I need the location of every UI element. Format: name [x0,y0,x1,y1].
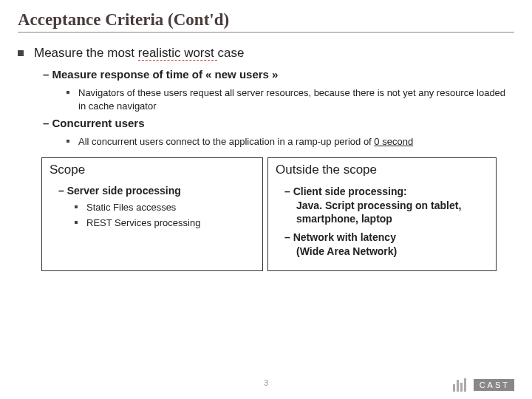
bullet-2-text: Client side processing: [293,185,407,197]
bullet-3-text: REST Services processing [86,216,200,230]
footer-logo: CAST [453,378,514,392]
outside-scope-box: Outside the scope – Client side processi… [267,157,497,271]
bullet-3-text: Static Files accesses [86,201,176,214]
bullet-level-3: All concurrent users connect to the appl… [66,135,514,149]
bullet-2-text: Server side processing [67,185,181,197]
dash-bullet-icon: – [284,185,293,197]
dash-bullet-icon: – [284,231,293,243]
slide-title: Acceptance Criteria (Cont'd) [18,10,514,33]
bullet-level-3: REST Services processing [75,216,255,230]
bullet-3-text: Navigators of these users request all se… [78,86,514,112]
bullet-level-2: – Client side processing: Java. Script p… [284,185,488,227]
bullet-level-3: Static Files accesses [75,201,255,214]
bullet-2-continuation: Java. Script processing on tablet, smart… [296,199,488,227]
dot-bullet-icon [75,221,78,224]
bullet-2-text: Measure response of time of « new users … [52,68,279,81]
bullet-level-2: – Concurrent users [43,117,514,129]
box-title: Outside the scope [276,163,488,177]
square-bullet-icon [18,50,24,56]
scope-boxes-row: Scope – Server side processing Static Fi… [41,157,514,271]
bullet-level-1: Measure the most realistic worst case [18,46,514,61]
bullet-level-2: – Network with latency (Wide Area Networ… [284,231,488,259]
bullet-2-text: Network with latency [293,231,396,243]
text-fragment: case [217,46,244,60]
underlined-text: realistic worst [138,46,218,61]
text-fragment: Measure the most [34,46,138,60]
text-fragment: All concurrent users connect to the appl… [78,136,374,147]
underlined-text: 0 second [374,136,413,147]
dash-bullet-icon: – [43,117,52,129]
scope-box: Scope – Server side processing Static Fi… [41,157,263,271]
bullet-3-text: All concurrent users connect to the appl… [78,135,413,149]
dash-bullet-icon: – [43,68,52,81]
box-title: Scope [50,163,255,177]
bars-icon [453,378,466,392]
bullet-level-2: – Server side processing [58,185,255,197]
bullet-2-continuation: (Wide Area Network) [296,245,488,259]
dot-bullet-icon [66,140,69,143]
dot-bullet-icon [75,205,78,208]
brand-badge: CAST [474,379,514,391]
dash-bullet-icon: – [58,185,67,197]
dot-bullet-icon [66,91,69,94]
page-number: 3 [264,378,268,387]
bullet-level-2: – Measure response of time of « new user… [43,68,514,81]
bullet-level-3: Navigators of these users request all se… [66,86,514,112]
bullet-2-text: Concurrent users [52,117,145,129]
bullet-1-text: Measure the most realistic worst case [34,46,244,61]
slide: Acceptance Criteria (Cont'd) Measure the… [0,0,532,399]
